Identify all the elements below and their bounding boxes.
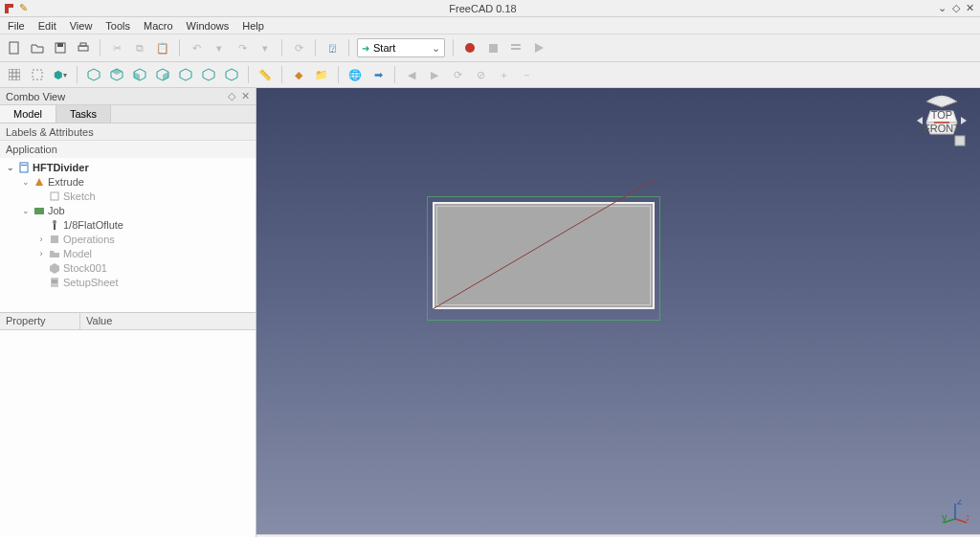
svg-rect-25: [20, 163, 28, 172]
view-front-icon[interactable]: [108, 66, 125, 83]
svg-point-31: [53, 220, 56, 224]
tree-item[interactable]: Stock001: [0, 260, 256, 275]
copy-icon: ⧉: [131, 39, 148, 56]
twist-open-icon[interactable]: ⌄: [6, 163, 15, 172]
view-right-icon[interactable]: [154, 66, 171, 83]
svg-marker-15: [88, 69, 100, 80]
folder-icon: [49, 248, 60, 259]
workbench-selected-label: Start: [373, 42, 395, 54]
workbench-selector[interactable]: ➜ Start ⌄: [357, 38, 445, 57]
open-icon[interactable]: [29, 39, 46, 56]
view-top-icon[interactable]: [131, 66, 148, 83]
paste-icon: 📋: [154, 39, 171, 56]
view-bottom-icon[interactable]: [200, 66, 217, 83]
svg-rect-9: [9, 69, 20, 80]
property-col-value: Value: [80, 313, 256, 329]
property-col-property: Property: [0, 313, 80, 329]
sketch-icon: [49, 190, 60, 202]
menu-edit[interactable]: Edit: [38, 20, 56, 32]
tree-item-label: Sketch: [63, 190, 96, 202]
twist-closed-icon[interactable]: ›: [36, 249, 46, 258]
bbox-icon[interactable]: [29, 66, 46, 83]
svg-rect-6: [80, 43, 86, 46]
twist-open-icon[interactable]: ⌄: [21, 206, 31, 215]
window-maximize-icon[interactable]: ◇: [952, 2, 960, 14]
doc-icon: [18, 162, 30, 173]
link-forward-icon[interactable]: ➡: [369, 66, 387, 83]
redo-icon: ↷: [234, 39, 251, 56]
panel-float-icon[interactable]: ◇: [228, 90, 235, 102]
new-doc-icon[interactable]: [6, 39, 23, 56]
svg-marker-22: [180, 69, 191, 80]
part-icon[interactable]: ◆: [290, 66, 307, 83]
macro-record-icon[interactable]: [461, 39, 479, 56]
tab-model[interactable]: Model: [0, 105, 56, 123]
svg-rect-26: [21, 165, 27, 166]
svg-rect-29: [34, 208, 44, 214]
nav-stop-icon: ⊘: [472, 66, 489, 83]
tree-item[interactable]: 1/8FlatOflute: [0, 217, 256, 232]
twist-open-icon[interactable]: ⌄: [21, 177, 31, 187]
tree-item-label: Stock001: [63, 262, 107, 274]
tab-tasks[interactable]: Tasks: [56, 105, 111, 123]
tree-item[interactable]: ›Model: [0, 246, 256, 260]
main-area: Combo View ◇ ✕ Model Tasks Labels & Attr…: [0, 88, 980, 537]
model-tree[interactable]: ⌄HFTDivider⌄ExtrudeSketch⌄Job1/8FlatOflu…: [0, 158, 256, 313]
measure-icon[interactable]: 📏: [256, 66, 274, 83]
svg-rect-14: [33, 70, 42, 79]
tree-item-label: Operations: [63, 234, 115, 245]
menu-help[interactable]: Help: [242, 20, 264, 32]
tree-item[interactable]: ⌄Job: [0, 203, 256, 217]
svg-marker-24: [226, 69, 237, 80]
application-label: Application: [0, 141, 256, 158]
twist-closed-icon[interactable]: ›: [36, 235, 46, 244]
workbench-start-icon: ➜: [362, 43, 369, 54]
view-iso-icon[interactable]: [85, 66, 102, 83]
menu-file[interactable]: File: [8, 20, 25, 32]
ops-icon: [49, 234, 60, 245]
twist-none: [36, 263, 46, 273]
window-minimize-icon[interactable]: ⌄: [938, 2, 947, 14]
grid-toggle-icon[interactable]: [6, 66, 23, 83]
zoom-out-icon: －: [518, 66, 535, 83]
svg-text:x: x: [967, 511, 969, 523]
svg-marker-17: [111, 69, 122, 75]
drawstyle-icon[interactable]: ⬢▾: [52, 66, 69, 83]
labels-attributes-header: Labels & Attributes: [0, 123, 256, 141]
tree-item[interactable]: ›Operations: [0, 232, 256, 246]
view-rear-icon[interactable]: [177, 66, 194, 83]
svg-text:FRONT: FRONT: [924, 123, 960, 134]
menu-macro[interactable]: Macro: [144, 20, 173, 32]
navigation-cube[interactable]: TOP FRONT: [913, 94, 970, 151]
menu-view[interactable]: View: [70, 20, 93, 32]
svg-rect-5: [78, 46, 88, 51]
svg-line-44: [955, 519, 967, 523]
tree-item[interactable]: Sketch: [0, 189, 256, 203]
tree-item[interactable]: SetupSheet: [0, 275, 256, 289]
whatsthis-icon[interactable]: ⍰: [323, 39, 341, 56]
tree-item[interactable]: ⌄HFTDivider: [0, 160, 256, 174]
print-icon[interactable]: [75, 39, 92, 56]
window-close-icon[interactable]: ✕: [966, 2, 974, 14]
group-icon[interactable]: 📁: [313, 66, 330, 83]
window-title: FreeCAD 0.18: [28, 3, 938, 14]
combo-view-header: Combo View ◇ ✕: [0, 88, 256, 105]
panel-close-icon[interactable]: ✕: [241, 90, 250, 102]
viewport-area: TOP FRONT x y z: [256, 88, 980, 537]
web-icon[interactable]: 🌐: [346, 66, 364, 83]
sheet-icon: [49, 277, 60, 288]
toolbar-view: ⬢▾ 📏 ◆ 📁 🌐 ➡ ◀ ▶ ⟳ ⊘ ＋ －: [0, 62, 980, 88]
save-icon[interactable]: [52, 39, 69, 56]
3d-canvas[interactable]: TOP FRONT x y z: [256, 88, 980, 534]
svg-text:z: z: [957, 500, 963, 506]
svg-rect-2: [10, 42, 18, 54]
menu-tools[interactable]: Tools: [105, 20, 130, 32]
view-left-icon[interactable]: [223, 66, 240, 83]
menu-windows[interactable]: Windows: [187, 20, 230, 32]
svg-rect-28: [51, 192, 58, 200]
macro-play-icon: [530, 39, 547, 56]
toolbar-file: ✂ ⧉ 📋 ↶ ▾ ↷ ▾ ⟳ ⍰ ➜ Start ⌄: [0, 34, 980, 62]
model-stock: [427, 196, 660, 321]
macro-stop-icon: [484, 39, 501, 56]
tree-item[interactable]: ⌄Extrude: [0, 174, 256, 189]
